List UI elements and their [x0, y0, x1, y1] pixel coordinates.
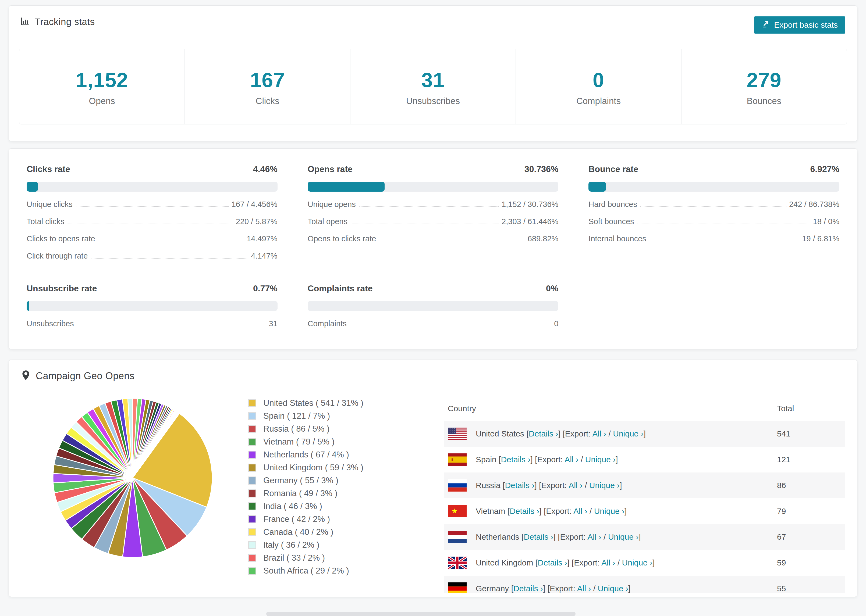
- export-unique-link[interactable]: Unique ›: [594, 507, 625, 515]
- country-links: Vietnam [Details ›] [Export: All › / Uni…: [476, 507, 627, 516]
- flag-vn-icon: [448, 505, 467, 517]
- legend-item-south-africa: South Africa ( 29 / 2% ): [248, 566, 420, 576]
- country-cell: Netherlands [Details ›] [Export: All › /…: [448, 531, 773, 543]
- details-link[interactable]: Details ›: [538, 558, 567, 567]
- metric-value: 689.82%: [527, 234, 559, 243]
- export-all-link[interactable]: All ›: [587, 533, 601, 541]
- panel-title: Opens rate: [308, 164, 353, 174]
- export-unique-link[interactable]: Unique ›: [598, 584, 628, 593]
- legend-label: Romania ( 49 / 3% ): [263, 489, 337, 498]
- total-cell: 86: [773, 473, 845, 498]
- panel-title: Clicks rate: [27, 164, 70, 174]
- tracking-stats-card: Tracking stats Export basic stats 1,152O…: [9, 5, 857, 141]
- country-links: Spain [Details ›] [Export: All › / Uniqu…: [476, 455, 618, 464]
- dotted-leader: [359, 206, 499, 207]
- metric-value: 31: [269, 319, 277, 328]
- metric-row: Soft bounces18 / 0%: [589, 217, 839, 226]
- rates-card: Clicks rate4.46%Unique clicks167 / 4.456…: [9, 148, 857, 349]
- panel-rows: Unique clicks167 / 4.456%Total clicks220…: [27, 200, 277, 261]
- legend-swatch: [248, 464, 256, 472]
- panel-value: 0%: [546, 284, 558, 294]
- legend-swatch: [248, 567, 256, 575]
- stat-box-unsubscribes: 31Unsubscribes: [350, 49, 516, 124]
- metric-row: Opens to clicks rate689.82%: [308, 234, 559, 243]
- details-link[interactable]: Details ›: [510, 507, 539, 515]
- details-link[interactable]: Details ›: [501, 455, 531, 464]
- geo-pie-chart: [49, 394, 216, 562]
- legend-label: Netherlands ( 67 / 4% ): [263, 450, 349, 460]
- export-all-link[interactable]: All ›: [565, 455, 578, 464]
- metric-value: 1,152 / 30.736%: [502, 200, 558, 209]
- panel-rows: Unique opens1,152 / 30.736%Total opens2,…: [308, 200, 559, 243]
- metric-row: Total opens2,303 / 61.446%: [308, 217, 559, 226]
- details-link[interactable]: Details ›: [513, 584, 543, 593]
- table-row-nl: Netherlands [Details ›] [Export: All › /…: [444, 524, 845, 550]
- metric-row: Total clicks220 / 5.87%: [27, 217, 277, 226]
- details-link[interactable]: Details ›: [529, 429, 558, 438]
- dotted-leader: [638, 224, 810, 224]
- stat-label: Clicks: [185, 96, 350, 106]
- export-all-link[interactable]: All ›: [592, 429, 606, 438]
- flag-de-icon: [448, 582, 467, 593]
- country-links: Germany [Details ›] [Export: All › / Uni…: [476, 584, 630, 593]
- flag-us-icon: [448, 427, 467, 440]
- metric-row: Unique clicks167 / 4.456%: [27, 200, 277, 209]
- legend-swatch: [248, 502, 256, 511]
- table-row-vn: Vietnam [Details ›] [Export: All › / Uni…: [444, 498, 845, 524]
- legend-label: Germany ( 55 / 3% ): [263, 476, 339, 486]
- progress-bar-fill: [589, 182, 606, 192]
- metric-value: 19 / 6.81%: [802, 234, 839, 243]
- metric-row: Unsubscribes31: [27, 319, 277, 328]
- rates-grid: Clicks rate4.46%Unique clicks167 / 4.456…: [27, 164, 839, 328]
- stat-value: 0: [516, 68, 681, 92]
- dotted-leader: [77, 326, 266, 326]
- rate-panel-unsubscribe-rate: Unsubscribe rate0.77%Unsubscribes31: [27, 284, 277, 328]
- export-unique-link[interactable]: Unique ›: [608, 533, 638, 541]
- total-cell: 541: [773, 421, 845, 447]
- export-all-link[interactable]: All ›: [568, 481, 583, 490]
- rate-panel-opens-rate: Opens rate30.736%Unique opens1,152 / 30.…: [308, 164, 559, 261]
- export-all-link[interactable]: All ›: [573, 507, 587, 515]
- campaign-geo-opens-card: Campaign Geo Opens United States ( 541 /…: [9, 360, 857, 597]
- details-link[interactable]: Details ›: [505, 481, 534, 490]
- legend-swatch: [248, 412, 256, 420]
- geo-table-header-row: Country Total: [444, 396, 845, 421]
- legend-label: France ( 42 / 2% ): [263, 514, 330, 524]
- panel-head: Complaints rate0%: [308, 284, 559, 294]
- details-link[interactable]: Details ›: [524, 533, 553, 541]
- table-row-gb: United Kingdom [Details ›] [Export: All …: [444, 550, 845, 576]
- legend-item-germany: Germany ( 55 / 3% ): [248, 476, 420, 486]
- metric-label: Unique opens: [308, 200, 356, 209]
- panel-title: Complaints rate: [308, 284, 373, 294]
- dotted-leader: [76, 206, 229, 207]
- export-unique-link[interactable]: Unique ›: [589, 481, 620, 490]
- country-links: United Kingdom [Details ›] [Export: All …: [476, 558, 655, 567]
- export-unique-link[interactable]: Unique ›: [585, 455, 616, 464]
- export-all-link[interactable]: All ›: [601, 558, 615, 567]
- geo-title: Campaign Geo Opens: [36, 370, 134, 382]
- stat-label: Bounces: [682, 96, 847, 106]
- progress-bar-fill: [27, 301, 29, 311]
- export-basic-stats-button[interactable]: Export basic stats: [754, 16, 845, 34]
- rate-panel-bounce-rate: Bounce rate6.927%Hard bounces242 / 86.73…: [589, 164, 839, 261]
- tracking-stats-header: Tracking stats Export basic stats: [19, 16, 847, 34]
- page-title: Tracking stats: [35, 16, 95, 27]
- metric-value: 242 / 86.738%: [789, 200, 839, 209]
- panel-head: Bounce rate6.927%: [589, 164, 839, 174]
- export-unique-link[interactable]: Unique ›: [613, 429, 643, 438]
- legend-label: Italy ( 36 / 2% ): [263, 540, 319, 550]
- horizontal-scrollbar-thumb[interactable]: [266, 612, 576, 616]
- geo-content: United States ( 541 / 31% )Spain ( 121 /…: [9, 390, 857, 593]
- legend-swatch: [248, 515, 256, 523]
- dotted-leader: [68, 224, 233, 224]
- export-unique-link[interactable]: Unique ›: [622, 558, 652, 567]
- export-all-link[interactable]: All ›: [577, 584, 591, 593]
- metric-label: Total clicks: [27, 217, 64, 226]
- progress-bar: [308, 182, 559, 192]
- legend-item-united-states: United States ( 541 / 31% ): [248, 398, 420, 408]
- country-name: Spain: [476, 455, 496, 464]
- dotted-leader: [91, 258, 248, 259]
- geo-table[interactable]: Country Total United States [Details ›] …: [444, 396, 845, 593]
- legend-swatch: [248, 438, 256, 446]
- progress-bar: [308, 301, 559, 311]
